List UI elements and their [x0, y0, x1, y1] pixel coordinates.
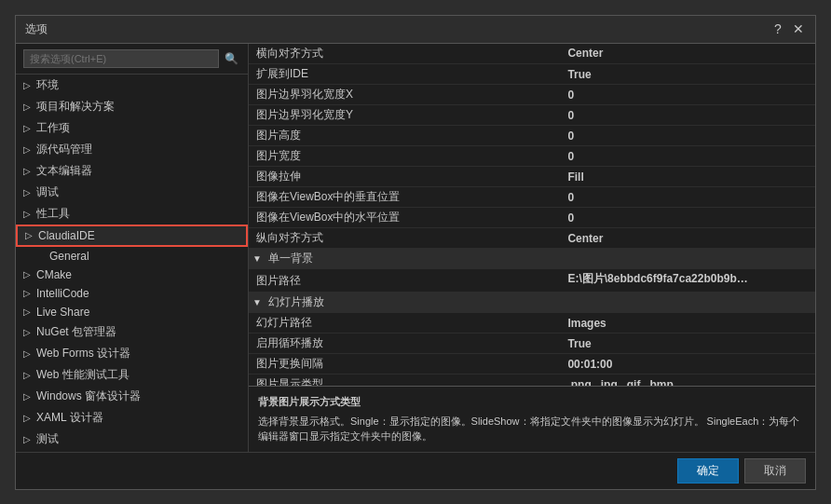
- tree-item-webperf[interactable]: ▷Web 性能测试工具: [16, 364, 248, 386]
- description-title: 背景图片展示方式类型: [258, 394, 806, 410]
- prop-name-13: 幻灯片路径: [249, 313, 560, 334]
- search-input[interactable]: [23, 49, 219, 68]
- title-bar-controls: ? ✕: [770, 21, 806, 36]
- props-tbody: 横向对齐方式Center扩展到IDETrue图片边界羽化宽度X0图片边界羽化宽度…: [249, 44, 815, 387]
- prop-name-11: 图片路径: [249, 269, 560, 293]
- help-button[interactable]: ?: [770, 21, 785, 36]
- description-text: 选择背景显示格式。Single：显示指定的图像。SlideShow：将指定文件夹…: [258, 414, 806, 444]
- prop-name-2: 图片边界羽化宽度X: [249, 85, 560, 105]
- tree-arrow-liveshare: ▷: [23, 306, 36, 317]
- tree-item-workitems[interactable]: ▷工作项: [16, 117, 248, 139]
- tree-arrow-platformtools: ▷: [23, 209, 36, 219]
- prop-name-0: 横向对齐方式: [249, 44, 560, 64]
- prop-row-13[interactable]: 幻灯片路径Images: [249, 313, 815, 334]
- prop-value-6: Fill: [560, 167, 815, 187]
- prop-row-7[interactable]: 图像在ViewBox中的垂直位置0: [249, 187, 815, 208]
- prop-name-3: 图片边界羽化宽度Y: [249, 105, 560, 126]
- prop-name-5: 图片宽度: [249, 146, 560, 167]
- prop-value-1: True: [560, 64, 815, 85]
- tree-label-claudiaide: ClaudiaIDE: [38, 229, 238, 242]
- options-dialog: 选项 ? ✕ 🔍 ▷环境▷项目和解决方案▷工作项▷源代码管理▷文本编辑器▷调试▷…: [15, 15, 816, 490]
- tree-label-cmake: CMake: [36, 268, 240, 281]
- tree-items: ▷环境▷项目和解决方案▷工作项▷源代码管理▷文本编辑器▷调试▷性工具▷Claud…: [16, 75, 248, 452]
- tree-label-sourcectrl: 源代码管理: [36, 142, 240, 157]
- prop-row-0[interactable]: 横向对齐方式Center: [249, 44, 815, 64]
- ok-button[interactable]: 确定: [677, 458, 739, 484]
- tree-label-general: General: [49, 250, 240, 263]
- tree-item-general[interactable]: General: [16, 247, 248, 266]
- tree-arrow-webforms: ▷: [23, 348, 36, 359]
- tree-item-intellicode[interactable]: ▷IntelliCode: [16, 284, 248, 303]
- prop-value-15: 00:01:00: [560, 354, 815, 375]
- close-button[interactable]: ✕: [791, 21, 806, 36]
- tree-arrow-projects: ▷: [23, 102, 36, 112]
- tree-label-xaml: XAML 设计器: [36, 410, 240, 426]
- prop-row-6[interactable]: 图像拉伸Fill: [249, 167, 815, 187]
- tree-item-webforms[interactable]: ▷Web Forms 设计器: [16, 343, 248, 364]
- title-bar: 选项 ? ✕: [16, 16, 815, 44]
- tree-item-platformtools[interactable]: ▷性工具: [16, 203, 248, 225]
- tree-item-projects[interactable]: ▷项目和解决方案: [16, 96, 248, 117]
- tree-arrow-intellicode: ▷: [23, 288, 36, 298]
- tree-item-xaml[interactable]: ▷XAML 设计器: [16, 407, 248, 429]
- tree-label-platformtools: 性工具: [36, 206, 240, 222]
- prop-row-16[interactable]: 图片显示类型.png, .jpg, .gif, .bmp: [249, 375, 815, 387]
- prop-row-11[interactable]: 图片路径E:\图片\8ebbdc6f9fa7ca22b0b9b5eaf09829…: [249, 269, 815, 293]
- prop-name-7: 图像在ViewBox中的垂直位置: [249, 187, 560, 208]
- tree-label-winforms: Windows 窗体设计器: [36, 388, 240, 404]
- tree-arrow-xaml: ▷: [23, 413, 36, 423]
- prop-row-2[interactable]: 图片边界羽化宽度X0: [249, 85, 815, 105]
- tree-item-claudiaide[interactable]: ▷ClaudiaIDE: [16, 225, 248, 247]
- prop-row-12: ▼ 幻灯片播放: [249, 293, 815, 313]
- tree-arrow-texteditor: ▷: [23, 166, 36, 176]
- cancel-button[interactable]: 取消: [744, 458, 806, 484]
- tree-arrow-claudiaide: ▷: [25, 230, 38, 240]
- prop-row-5[interactable]: 图片宽度0: [249, 146, 815, 167]
- dialog-footer: 确定 取消: [16, 452, 815, 489]
- tree-container: ▷环境▷项目和解决方案▷工作项▷源代码管理▷文本编辑器▷调试▷性工具▷Claud…: [16, 75, 248, 452]
- tree-label-env: 环境: [36, 77, 240, 93]
- search-icon[interactable]: 🔍: [223, 50, 240, 67]
- tree-arrow-cmake: ▷: [23, 269, 36, 279]
- tree-label-liveshare: Live Share: [36, 306, 240, 319]
- right-panel: 横向对齐方式Center扩展到IDETrue图片边界羽化宽度X0图片边界羽化宽度…: [249, 44, 815, 452]
- tree-item-cmake[interactable]: ▷CMake: [16, 266, 248, 284]
- prop-row-9[interactable]: 纵向对齐方式Center: [249, 228, 815, 249]
- prop-name-6: 图像拉伸: [249, 167, 560, 187]
- tree-arrow-workitems: ▷: [23, 123, 36, 133]
- prop-value-14: True: [560, 334, 815, 354]
- prop-name-8: 图像在ViewBox中的水平位置: [249, 208, 560, 228]
- tree-label-texteditor: 文本编辑器: [36, 163, 240, 179]
- tree-item-nuget[interactable]: ▷NuGet 包管理器: [16, 321, 248, 343]
- tree-item-env[interactable]: ▷环境: [16, 75, 248, 96]
- dialog-title: 选项: [25, 21, 48, 37]
- prop-value-3: 0: [560, 105, 815, 126]
- prop-row-4[interactable]: 图片高度0: [249, 126, 815, 146]
- prop-value-4: 0: [560, 126, 815, 146]
- prop-value-9: Center: [560, 228, 815, 249]
- section-header-10: ▼ 单一背景: [249, 249, 815, 269]
- prop-row-3[interactable]: 图片边界羽化宽度Y0: [249, 105, 815, 126]
- search-box: 🔍: [16, 44, 248, 75]
- tree-arrow-env: ▷: [23, 80, 36, 90]
- prop-value-8: 0: [560, 208, 815, 228]
- tree-item-texteditor[interactable]: ▷文本编辑器: [16, 160, 248, 182]
- prop-row-1[interactable]: 扩展到IDETrue: [249, 64, 815, 85]
- tree-item-sourcectrl[interactable]: ▷源代码管理: [16, 139, 248, 160]
- tree-label-webperf: Web 性能测试工具: [36, 367, 240, 383]
- prop-row-14[interactable]: 启用循环播放True: [249, 334, 815, 354]
- tree-arrow-debug: ▷: [23, 187, 36, 198]
- tree-item-liveshare[interactable]: ▷Live Share: [16, 303, 248, 321]
- tree-item-winforms[interactable]: ▷Windows 窗体设计器: [16, 386, 248, 407]
- prop-name-1: 扩展到IDE: [249, 64, 560, 85]
- prop-name-9: 纵向对齐方式: [249, 228, 560, 249]
- prop-row-15[interactable]: 图片更换间隔00:01:00: [249, 354, 815, 375]
- props-table-container: 横向对齐方式Center扩展到IDETrue图片边界羽化宽度X0图片边界羽化宽度…: [249, 44, 815, 387]
- prop-name-15: 图片更换间隔: [249, 354, 560, 375]
- tree-item-test[interactable]: ▷测试: [16, 429, 248, 450]
- prop-name-16: 图片显示类型: [249, 375, 560, 387]
- prop-row-8[interactable]: 图像在ViewBox中的水平位置0: [249, 208, 815, 228]
- tree-item-debug[interactable]: ▷调试: [16, 182, 248, 203]
- prop-value-5: 0: [560, 146, 815, 167]
- prop-value-2: 0: [560, 85, 815, 105]
